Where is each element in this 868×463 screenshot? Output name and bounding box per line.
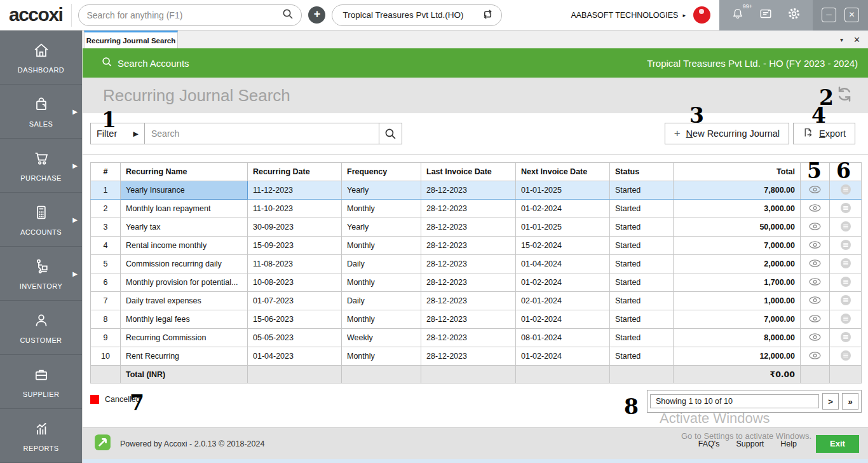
- sidebar-item-purchase[interactable]: PURCHASE ▶: [0, 139, 82, 193]
- add-button[interactable]: +: [308, 6, 325, 24]
- sidebar-item-sales[interactable]: SALES ▶: [0, 85, 82, 139]
- user-avatar[interactable]: [693, 6, 710, 24]
- global-search-input[interactable]: [86, 10, 282, 20]
- row-menu-icon[interactable]: [840, 188, 851, 197]
- bar-chart-icon: [32, 420, 51, 440]
- next-invoice-date-cell: 01-04-2024: [516, 255, 610, 273]
- row-menu-icon[interactable]: [840, 354, 851, 363]
- organization-selector[interactable]: AABASOFT TECHNOLOGIES ▸: [571, 11, 686, 20]
- refresh-icon[interactable]: [835, 85, 854, 106]
- last-invoice-date-cell: 28-12-2023: [421, 292, 516, 310]
- eye-icon[interactable]: [808, 242, 822, 251]
- sidebar-item-reports[interactable]: REPORTS: [0, 409, 82, 463]
- sidebar-item-supplier[interactable]: SUPPLIER: [0, 355, 82, 409]
- table-row[interactable]: 6 Monthly provision for potential... 10-…: [91, 273, 862, 292]
- settings-button[interactable]: [787, 6, 801, 24]
- cancelled-label: Cancelled: [105, 395, 140, 404]
- eye-icon[interactable]: [808, 279, 822, 288]
- col-status[interactable]: Status: [610, 163, 674, 181]
- table-row[interactable]: 4 Rental income monthly 15-09-2023 Month…: [91, 237, 862, 255]
- frequency-cell: Monthly: [342, 347, 421, 366]
- row-number: 5: [91, 255, 121, 273]
- table-row[interactable]: 3 Yearly tax 30-09-2023 Yearly 28-12-202…: [91, 218, 862, 237]
- view-cell: [801, 237, 830, 255]
- messages-button[interactable]: [759, 7, 773, 24]
- sidebar-item-dashboard[interactable]: DASHBOARD: [0, 31, 82, 85]
- col-num[interactable]: #: [91, 163, 121, 181]
- close-button[interactable]: ✕: [844, 8, 859, 22]
- org-arrow-icon: ▸: [682, 12, 686, 18]
- page-header: Recurring Journal Search: [83, 78, 868, 113]
- eye-icon[interactable]: [808, 316, 822, 325]
- row-menu-icon[interactable]: [840, 262, 851, 271]
- row-menu-icon[interactable]: [840, 244, 851, 252]
- row-menu-icon[interactable]: [840, 317, 851, 326]
- col-recurring-name[interactable]: Recurring Name: [121, 163, 248, 181]
- table-row[interactable]: 1 Yearly Insurance 11-12-2023 Yearly 28-…: [91, 181, 862, 200]
- row-number: 10: [91, 347, 121, 366]
- row-menu-icon[interactable]: [840, 207, 851, 216]
- eye-icon[interactable]: [808, 335, 822, 343]
- next-page-button[interactable]: >: [822, 393, 839, 410]
- table-search-input[interactable]: [144, 123, 379, 144]
- last-invoice-date-cell: 28-12-2023: [421, 218, 516, 237]
- row-number: 1: [91, 181, 121, 200]
- global-search[interactable]: [78, 4, 302, 26]
- row-menu-icon[interactable]: [840, 280, 851, 289]
- view-cell: [801, 310, 830, 329]
- eye-icon[interactable]: [808, 205, 822, 214]
- main-content: Recurring Journal Search ▾ ✕ Search Acco…: [82, 31, 868, 463]
- sidebar-item-inventory[interactable]: INVENTORY ▶: [0, 247, 82, 301]
- tab-close-icon[interactable]: ✕: [853, 35, 860, 45]
- support-link[interactable]: Support: [736, 439, 764, 448]
- row-number: 3: [91, 218, 121, 237]
- total-cell: 7,000.00: [674, 237, 801, 255]
- table-row[interactable]: 7 Daily travel expenses 01-07-2023 Daily…: [91, 292, 862, 310]
- minimize-button[interactable]: ─: [822, 8, 836, 22]
- col-last-invoice-date[interactable]: Last Invoice Date: [421, 163, 516, 181]
- sidebar-item-accounts[interactable]: ACCOUNTS ▶: [0, 193, 82, 247]
- accoxi-logo: accoxi: [0, 4, 72, 27]
- total-cell: 8,000.00: [674, 329, 801, 347]
- filter-dropdown[interactable]: Filter ▶: [90, 123, 145, 144]
- search-accounts-button[interactable]: Search Accounts: [102, 57, 189, 69]
- window-controls: ─ ✕: [813, 0, 868, 31]
- filter-arrow-icon: ▶: [133, 130, 139, 138]
- table-row[interactable]: 9 Recurring Commission 05-05-2023 Weekly…: [91, 329, 862, 347]
- table-row[interactable]: 8 Monthly legal fees 15-06-2023 Monthly …: [91, 310, 862, 329]
- col-next-invoice-date[interactable]: Next Invoice Date: [516, 163, 610, 181]
- view-cell: [801, 292, 830, 310]
- notifications-button[interactable]: 99+: [731, 7, 745, 24]
- faqs-link[interactable]: FAQ's: [698, 439, 720, 448]
- new-recurring-journal-button[interactable]: + New Recurring Journal: [665, 123, 789, 144]
- total-cell: 1,000.00: [674, 292, 801, 310]
- exit-button[interactable]: Exit: [816, 435, 859, 453]
- last-page-button[interactable]: »: [842, 393, 858, 410]
- recurring-name-cell: Yearly Insurance: [121, 181, 248, 200]
- col-total[interactable]: Total: [674, 163, 801, 181]
- status-cell: Started: [610, 310, 674, 329]
- row-number: 8: [91, 310, 121, 329]
- help-link[interactable]: Help: [780, 439, 797, 448]
- eye-icon[interactable]: [808, 261, 822, 270]
- eye-icon[interactable]: [808, 224, 822, 233]
- eye-icon[interactable]: [808, 298, 822, 307]
- col-frequency[interactable]: Frequency: [342, 163, 421, 181]
- sidebar-item-customer[interactable]: CUSTOMER: [0, 301, 82, 355]
- eye-icon[interactable]: [808, 353, 822, 362]
- export-button[interactable]: Export: [793, 123, 855, 144]
- eye-icon[interactable]: [808, 187, 822, 196]
- table-search-button[interactable]: [379, 123, 402, 144]
- row-menu-icon[interactable]: [840, 225, 851, 234]
- col-recurring-date[interactable]: Recurring Date: [248, 163, 342, 181]
- status-cell: Started: [610, 273, 674, 292]
- tab-recurring-journal-search[interactable]: Recurring Journal Search: [84, 31, 178, 48]
- table-row[interactable]: 2 Monthly loan repayment 11-10-2023 Mont…: [91, 200, 862, 218]
- table-row[interactable]: 5 Commission recurring daily 11-08-2023 …: [91, 255, 862, 273]
- company-selector[interactable]: Tropical Treasures Pvt Ltd.(HO): [332, 4, 502, 26]
- table-row[interactable]: 10 Rent Recurring 01-04-2023 Monthly 28-…: [91, 347, 862, 366]
- row-menu-icon[interactable]: [840, 299, 851, 308]
- tab-list-dropdown-icon[interactable]: ▾: [840, 36, 843, 43]
- row-menu-icon[interactable]: [840, 336, 851, 345]
- hand-truck-icon: [32, 258, 51, 278]
